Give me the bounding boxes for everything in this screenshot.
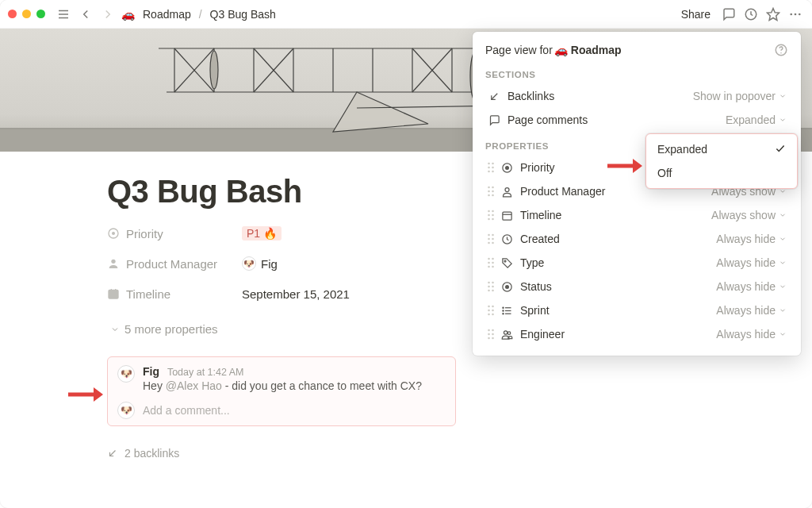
panel-property-row[interactable]: Created Always hide (474, 227, 799, 251)
drag-handle-icon[interactable] (487, 162, 496, 173)
panel-row-value[interactable]: Show in popover (693, 90, 787, 102)
dropdown-option[interactable]: Expanded (649, 137, 794, 161)
priority-tag[interactable]: P1 🔥 (242, 226, 282, 241)
share-button[interactable]: Share (676, 6, 715, 22)
show-more-properties-button[interactable]: 5 more properties (107, 321, 221, 337)
annotation-arrow-icon (606, 156, 642, 179)
panel-property-row[interactable]: Timeline Always show (474, 203, 799, 227)
property-value: September 15, 2021 (242, 287, 350, 301)
svg-point-105 (492, 333, 494, 336)
svg-point-59 (505, 187, 509, 191)
panel-row-value[interactable]: Always hide (716, 233, 787, 245)
comment[interactable]: 🐶 Fig Today at 1:42 AM Hey @Alex Hao - d… (117, 365, 446, 392)
drag-handle-icon[interactable] (487, 186, 496, 197)
close-window-icon[interactable] (8, 10, 17, 18)
svg-point-65 (492, 218, 494, 221)
list-icon (500, 305, 514, 317)
svg-marker-41 (633, 159, 642, 173)
comment-icon (487, 114, 501, 126)
svg-point-94 (488, 314, 490, 316)
panel-row-label: Page comments (508, 114, 726, 126)
panel-row-value[interactable]: Expanded (726, 114, 787, 126)
nav-forward-icon[interactable] (99, 6, 117, 23)
panel-title-prefix: Page view for (485, 44, 553, 56)
panel-property-row[interactable]: Type Always hide (474, 251, 799, 275)
drag-handle-icon[interactable] (487, 305, 496, 316)
svg-point-49 (488, 171, 490, 173)
svg-point-43 (780, 52, 782, 54)
svg-point-31 (112, 232, 115, 235)
svg-marker-4 (768, 8, 779, 20)
svg-point-5 (790, 13, 792, 15)
svg-point-32 (111, 260, 115, 264)
panel-section-row[interactable]: Page comments Expanded (474, 108, 799, 132)
svg-point-95 (492, 314, 494, 316)
backlink-icon (107, 448, 118, 459)
updates-icon[interactable] (742, 6, 760, 23)
svg-point-92 (488, 310, 490, 312)
svg-point-7 (799, 13, 801, 15)
person-icon (107, 257, 120, 270)
favorite-icon[interactable] (764, 6, 782, 23)
nav-back-icon[interactable] (77, 6, 94, 23)
panel-row-value[interactable]: Always hide (716, 328, 787, 341)
panel-property-row[interactable]: Sprint Always hide (474, 298, 799, 322)
svg-point-69 (492, 234, 494, 237)
panel-row-label: Engineer (520, 328, 716, 341)
comments-icon[interactable] (720, 6, 737, 23)
property-label: Timeline (126, 287, 170, 301)
panel-title: Page view for 🚗 Roadmap (473, 43, 801, 67)
svg-point-48 (492, 167, 494, 169)
property-value: Fig (261, 257, 278, 271)
svg-point-86 (488, 290, 490, 292)
panel-row-label: Created (520, 233, 716, 245)
svg-point-106 (488, 337, 490, 340)
more-properties-label: 5 more properties (124, 322, 218, 336)
drag-handle-icon[interactable] (487, 281, 496, 292)
panel-property-row[interactable]: Engineer Always hide (474, 322, 799, 346)
panel-property-row[interactable]: Status Always hide (474, 275, 799, 298)
check-icon (775, 143, 786, 156)
panel-row-value[interactable]: Always hide (716, 256, 787, 269)
chevron-down-icon (110, 325, 120, 334)
add-comment-input[interactable]: 🐶 Add a comment... (117, 402, 446, 419)
drag-handle-icon[interactable] (487, 257, 496, 268)
svg-point-62 (488, 214, 490, 217)
svg-point-84 (488, 286, 490, 288)
svg-point-47 (488, 167, 490, 169)
help-icon[interactable] (774, 43, 788, 57)
panel-title-name: Roadmap (571, 44, 622, 56)
svg-point-81 (504, 260, 506, 262)
tag-icon (500, 257, 514, 269)
panel-row-label: Status (520, 280, 716, 293)
maximize-window-icon[interactable] (36, 10, 45, 18)
panel-row-label: Timeline (520, 209, 711, 221)
svg-point-72 (488, 242, 490, 244)
panel-row-value[interactable]: Always hide (716, 280, 787, 293)
svg-point-57 (488, 194, 490, 197)
dropdown-option[interactable]: Off (649, 161, 794, 185)
panel-row-value[interactable]: Always hide (716, 304, 787, 317)
svg-point-63 (492, 214, 494, 217)
breadcrumb-current[interactable]: Q3 Bug Bash (207, 6, 279, 22)
sidebar-toggle-icon[interactable] (55, 6, 72, 23)
more-menu-icon[interactable] (787, 6, 804, 23)
svg-point-6 (795, 13, 797, 15)
svg-point-78 (492, 262, 494, 264)
dropdown-option-label: Expanded (657, 143, 707, 156)
comment-author: Fig (143, 365, 159, 378)
drag-handle-icon[interactable] (487, 210, 496, 221)
svg-line-44 (491, 93, 497, 99)
comment-time: Today at 1:42 AM (167, 367, 244, 378)
drag-handle-icon[interactable] (487, 329, 496, 340)
svg-point-100 (502, 310, 503, 310)
breadcrumb-parent[interactable]: Roadmap (140, 6, 194, 22)
panel-row-value[interactable]: Always show (711, 209, 787, 221)
comment-text-part: Hey (143, 379, 166, 392)
drag-handle-icon[interactable] (487, 233, 496, 244)
mention[interactable]: @Alex Hao (166, 379, 222, 392)
svg-point-73 (492, 242, 494, 244)
minimize-window-icon[interactable] (22, 10, 31, 18)
panel-section-row[interactable]: Backlinks Show in popover (474, 84, 799, 108)
backlinks-button[interactable]: 2 backlinks (107, 447, 603, 460)
